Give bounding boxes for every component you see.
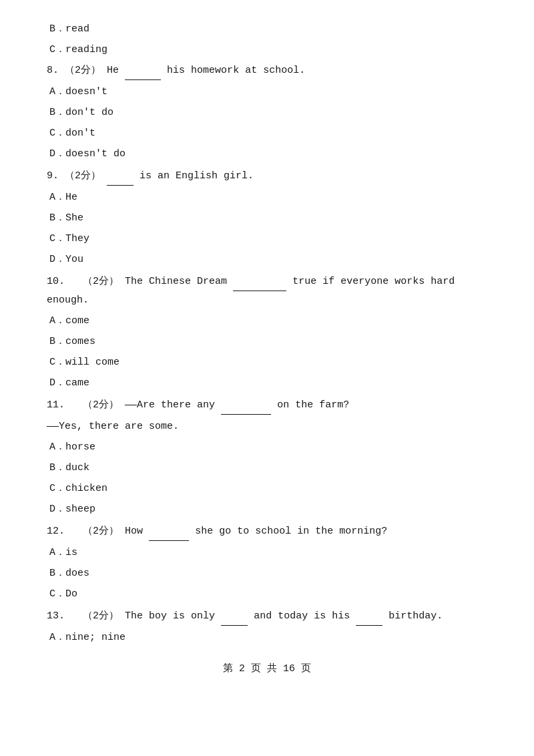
content-area: B．read C．reading 8. （2分） He his homework… [47, 20, 487, 646]
question-8-text: 8. （2分） He his homework at school. [47, 61, 487, 80]
question-11: 11. （2分） ——Are there any on the farm? ——… [47, 396, 487, 518]
option-8d: D．doesn't do [47, 145, 487, 163]
option-8c: C．don't [47, 124, 487, 142]
page-footer: 第 2 页 共 16 页 [47, 660, 487, 678]
question-12: 12. （2分） How she go to school in the mor… [47, 522, 487, 603]
option-9d: D．You [47, 250, 487, 268]
option-c-reading: C．reading [47, 41, 487, 59]
question-11-dialog1: 11. （2分） ——Are there any on the farm? [47, 396, 487, 415]
question-12-text: 12. （2分） How she go to school in the mor… [47, 522, 487, 541]
option-8b: B．don't do [47, 104, 487, 122]
option-12c: C．Do [47, 585, 487, 603]
question-8: 8. （2分） He his homework at school. A．doe… [47, 61, 487, 163]
question-9: 9. （2分） is an English girl. A．He B．She C… [47, 167, 487, 268]
option-9a: A．He [47, 188, 487, 206]
option-11d: D．sheep [47, 500, 487, 518]
option-11a: A．horse [47, 438, 487, 456]
option-9b: B．She [47, 209, 487, 227]
question-10: 10. （2分） The Chinese Dream true if every… [47, 272, 487, 392]
option-10a: A．come [47, 312, 487, 330]
question-11-dialog2: ——Yes, there are some. [47, 417, 487, 435]
option-10b: B．comes [47, 333, 487, 351]
option-8a: A．doesn't [47, 83, 487, 101]
option-12b: B．does [47, 564, 487, 582]
question-9-text: 9. （2分） is an English girl. [47, 167, 487, 186]
option-9c: C．They [47, 230, 487, 248]
question-13-text: 13. （2分） The boy is only and today is hi… [47, 607, 487, 626]
option-10d: D．came [47, 374, 487, 392]
question-13: 13. （2分） The boy is only and today is hi… [47, 607, 487, 646]
option-11c: C．chicken [47, 480, 487, 498]
option-10c: C．will come [47, 353, 487, 371]
option-12a: A．is [47, 544, 487, 562]
option-13a: A．nine; nine [47, 628, 487, 646]
option-b-read: B．read [47, 20, 487, 38]
option-11b: B．duck [47, 459, 487, 477]
question-10-text: 10. （2分） The Chinese Dream true if every… [47, 272, 487, 309]
